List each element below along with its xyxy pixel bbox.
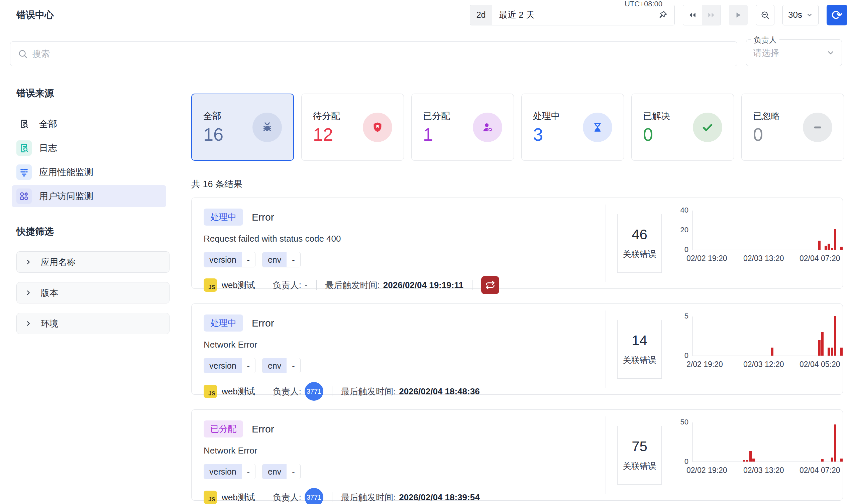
- vertical-divider: [606, 310, 606, 388]
- status-card-icon-circle: [473, 113, 502, 142]
- javascript-runtime-icon: JS: [203, 491, 217, 504]
- status-card-ignored[interactable]: 已忽略0: [741, 94, 844, 161]
- filter-bar: 负责人 请选择: [0, 30, 852, 73]
- javascript-runtime-icon: JS: [203, 385, 217, 398]
- error-card[interactable]: 已分配ErrorNetwork Errorversion-env-JSweb测试…: [191, 410, 843, 501]
- meta-divider: [332, 492, 332, 502]
- top-bar: 错误中心 UTC+08:00 2d 最近 2 天: [0, 0, 852, 30]
- status-card-processing[interactable]: 处理中3: [521, 94, 624, 161]
- app-name: web测试: [222, 492, 255, 503]
- sidebar-item-all[interactable]: 全部: [12, 113, 166, 135]
- quick-filter-label: 环境: [41, 318, 58, 329]
- tag-list: version-env-: [203, 358, 606, 373]
- y-tick-label: 0: [685, 245, 689, 254]
- quick-filter-app-name[interactable]: 应用名称: [16, 251, 170, 273]
- y-axis-labels: 50: [671, 317, 692, 356]
- repeat-alert-button[interactable]: [481, 276, 499, 294]
- time-range-picker[interactable]: UTC+08:00 2d 最近 2 天: [470, 5, 675, 25]
- chevron-right-icon: [25, 258, 32, 266]
- error-message: Network Error: [203, 446, 606, 456]
- x-tick-label: 02/03 13:20: [743, 254, 784, 263]
- status-card-label: 待分配: [313, 110, 340, 122]
- shift-back-button[interactable]: [683, 5, 702, 25]
- status-cards-row: 全部16待分配12已分配1处理中3已解决0已忽略0: [191, 94, 844, 161]
- time-range-label: 最近 2 天: [499, 9, 535, 21]
- status-card-label: 已忽略: [753, 110, 780, 122]
- status-card-count: 16: [203, 125, 224, 144]
- pin-icon[interactable]: [658, 10, 668, 20]
- status-card-icon-circle: [803, 113, 832, 142]
- play-button[interactable]: [729, 5, 748, 25]
- rewind-icon: [688, 11, 697, 20]
- doc-search-icon: [19, 143, 30, 154]
- chart-bar: [831, 457, 833, 462]
- tag-value: -: [242, 358, 255, 373]
- owner-label: 负责人:: [273, 280, 301, 291]
- x-tick-label: 02/03 12:20: [743, 360, 784, 369]
- quick-filter-environment[interactable]: 环境: [16, 313, 170, 334]
- status-card-count: 12: [313, 125, 340, 144]
- refresh-interval-select[interactable]: 30s: [782, 5, 819, 25]
- quick-filter-version[interactable]: 版本: [16, 282, 170, 304]
- sidebar: 错误来源 全部日志应用性能监测用户访问监测 快捷筛选 应用名称版本环境: [0, 73, 176, 504]
- sources-title: 错误来源: [16, 87, 166, 100]
- sidebar-item-rum[interactable]: 用户访问监测: [12, 185, 166, 207]
- status-card-count: 1: [423, 125, 450, 144]
- error-card[interactable]: 处理中ErrorRequest failed with status code …: [191, 198, 843, 289]
- error-trend-chart: 4020002/02 19:2002/03 13:2002/04 07:20: [671, 211, 843, 288]
- x-tick-label: 02/04 07:20: [799, 466, 840, 475]
- source-icon-tile: [16, 164, 32, 180]
- related-errors-count: 75: [632, 438, 647, 454]
- y-tick-label: 0: [685, 351, 689, 360]
- y-tick-label: 50: [680, 418, 689, 427]
- meta-divider: [264, 386, 264, 396]
- refresh-interval-value: 30s: [788, 10, 802, 20]
- sidebar-item-apm[interactable]: 应用性能监测: [12, 161, 166, 183]
- owner-avatar: 3771: [305, 488, 323, 504]
- tag-value: -: [287, 464, 300, 479]
- error-message: Request failed with status code 400: [203, 234, 606, 244]
- y-tick-label: 5: [685, 312, 689, 321]
- related-errors-box: 14关联错误: [617, 320, 662, 379]
- zoom-out-button[interactable]: [756, 5, 775, 25]
- refresh-button[interactable]: ⟳: [827, 5, 847, 25]
- status-card-assigned[interactable]: 已分配1: [411, 94, 514, 161]
- tag-key: version: [204, 464, 242, 479]
- shield-icon: [371, 121, 384, 134]
- shift-forward-button[interactable]: [702, 5, 721, 25]
- error-list: 处理中ErrorRequest failed with status code …: [191, 198, 844, 501]
- y-axis-labels: 40200: [671, 211, 692, 250]
- status-card-all[interactable]: 全部16: [191, 94, 294, 161]
- time-range-chip[interactable]: 2d: [470, 5, 492, 25]
- hourglass-icon: [591, 121, 604, 133]
- last-trigger-time: 2026/02/04 18:39:54: [399, 492, 479, 503]
- sidebar-item-logs[interactable]: 日志: [12, 137, 166, 159]
- status-badge: 处理中: [203, 209, 243, 226]
- status-card-label: 已解决: [643, 110, 670, 122]
- error-card[interactable]: 处理中ErrorNetwork Errorversion-env-JSweb测试…: [191, 304, 843, 395]
- tag-key: env: [263, 464, 287, 479]
- y-tick-label: 40: [680, 206, 689, 215]
- chart-bar: [821, 459, 823, 462]
- x-tick-label: 02/02 19:20: [687, 254, 727, 263]
- repeat-icon: [485, 280, 496, 290]
- chart-bar: [746, 460, 748, 462]
- chevron-down-icon: [826, 49, 835, 57]
- tag-env: env-: [262, 358, 301, 373]
- search-input[interactable]: [32, 49, 730, 59]
- chart-bar: [828, 244, 830, 250]
- status-card-pending[interactable]: 待分配12: [301, 94, 404, 161]
- meta-divider: [264, 492, 264, 502]
- status-card-resolved[interactable]: 已解决0: [631, 94, 734, 161]
- search-box[interactable]: [10, 41, 737, 66]
- vertical-divider: [606, 204, 606, 282]
- chart-bar: [834, 425, 836, 462]
- status-card-count: 3: [533, 125, 560, 144]
- owner-select[interactable]: 负责人 请选择: [746, 39, 842, 66]
- status-card-icon-circle: [693, 113, 722, 142]
- tag-version: version-: [203, 358, 255, 373]
- chart-bar: [749, 451, 752, 462]
- error-trend-chart: 502/02 19:2002/03 12:2002/04 05:20: [671, 317, 843, 394]
- tag-version: version-: [203, 464, 255, 479]
- status-card-icon-circle: [363, 113, 392, 142]
